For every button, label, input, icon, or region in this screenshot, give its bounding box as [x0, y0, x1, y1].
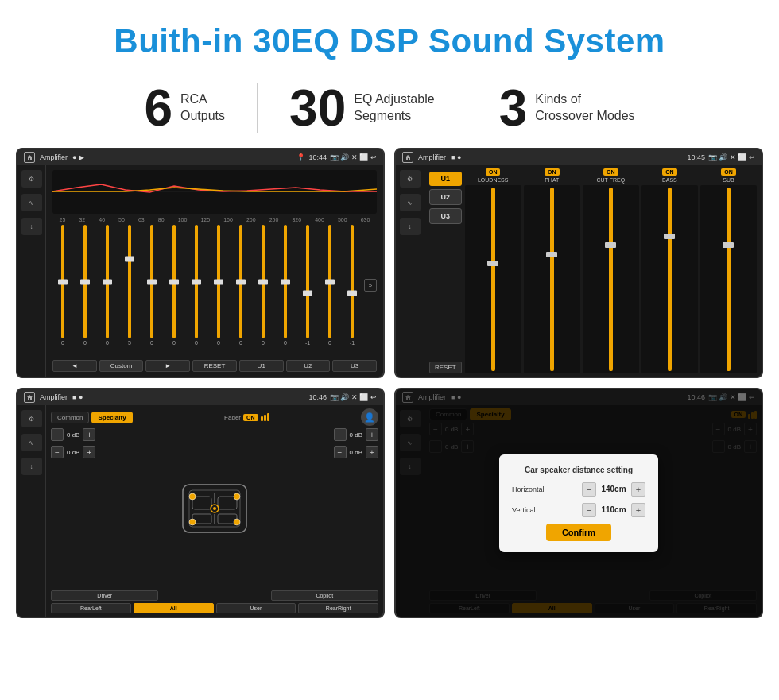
vertical-value: 110cm [599, 505, 628, 514]
home-icon-2[interactable] [402, 152, 413, 163]
cutfreq-slider [583, 185, 639, 373]
slider-track-2[interactable] [83, 225, 87, 338]
vol-plus-2[interactable]: + [83, 446, 95, 458]
slider-track-5[interactable] [150, 225, 153, 338]
vol-minus-3[interactable]: − [334, 428, 347, 441]
vol-minus-1[interactable]: − [51, 428, 64, 441]
horizontal-plus-btn[interactable]: + [631, 482, 645, 497]
preset-u1-btn[interactable]: U1 [429, 172, 462, 186]
eq-side-btn-1[interactable]: ⚙ [21, 170, 42, 188]
crossover-channels: ON LOUDNESS ON PHAT [465, 168, 757, 373]
loudness-on-badge[interactable]: ON [486, 168, 501, 176]
btn-driver[interactable]: Driver [51, 590, 158, 601]
phat-on-badge[interactable]: ON [545, 168, 560, 176]
slider-track-4[interactable] [128, 225, 131, 338]
profile-icon[interactable]: 👤 [361, 408, 378, 426]
eq-prev-btn[interactable]: ◄ [52, 360, 97, 372]
home-icon-3[interactable] [24, 392, 35, 403]
vol-val-1: 0 dB [67, 431, 79, 439]
vertical-minus-btn[interactable]: − [582, 503, 596, 517]
stat-crossover-text: Kinds ofCrossover Modes [535, 91, 634, 125]
vertical-label: Vertical [512, 506, 536, 514]
slider-track-8[interactable] [217, 225, 220, 338]
slider-track-12[interactable] [306, 225, 309, 338]
speaker-side-btn-3[interactable]: ↕ [21, 458, 42, 475]
btn-copilot[interactable]: Copilot [271, 590, 378, 601]
vol-plus-1[interactable]: + [83, 428, 95, 441]
eq-screen: Amplifier ● ▶ 📍 10:44 📷 🔊 ✕ ⬜ ↩ ⚙ ∿ ↕ [16, 148, 385, 378]
eq-more-btn[interactable]: » [364, 279, 377, 292]
screens-grid: Amplifier ● ▶ 📍 10:44 📷 🔊 ✕ ⬜ ↩ ⚙ ∿ ↕ [0, 148, 779, 626]
btn-rearright[interactable]: RearRight [298, 603, 378, 613]
modal-vertical-row: Vertical − 110cm + [512, 503, 645, 517]
stat-crossover: 3 Kinds ofCrossover Modes [467, 83, 667, 133]
speaker-diagram [99, 428, 330, 588]
vol-plus-4[interactable]: + [366, 446, 378, 458]
stat-crossover-number: 3 [499, 83, 528, 133]
confirm-button[interactable]: Confirm [546, 524, 611, 541]
slider-track-7[interactable] [195, 225, 198, 338]
horizontal-stepper: − 140cm + [582, 482, 645, 497]
eq-side-btn-3[interactable]: ↕ [21, 218, 42, 235]
slider-track-9[interactable] [239, 225, 242, 338]
eq-icons: 📷 🔊 ✕ ⬜ ↩ [330, 153, 377, 161]
vertical-plus-btn[interactable]: + [631, 503, 645, 517]
bass-on-badge[interactable]: ON [662, 168, 677, 176]
tab-specialty[interactable]: Specialty [91, 412, 132, 423]
vol-row-4: − 0 dB + [334, 446, 378, 458]
eq-side-btn-2[interactable]: ∿ [21, 194, 42, 211]
horizontal-minus-btn[interactable]: − [582, 482, 596, 497]
vol-row-2: − 0 dB + [51, 446, 95, 458]
slider-track-10[interactable] [262, 225, 265, 338]
slider-track-6[interactable] [172, 225, 176, 338]
crossover-reset-btn[interactable]: RESET [429, 362, 462, 373]
crossover-side-btn-3[interactable]: ↕ [400, 218, 421, 235]
speaker-side-btn-2[interactable]: ∿ [21, 434, 42, 451]
slider-track-1[interactable] [61, 225, 64, 338]
eq-play-btn[interactable]: ► [145, 360, 190, 372]
slider-col-1: 0 [52, 225, 73, 346]
eq-side-controls: ⚙ ∿ ↕ [17, 165, 46, 377]
preset-u2-btn[interactable]: U2 [429, 189, 462, 205]
speaker-side-btn-1[interactable]: ⚙ [21, 410, 42, 427]
eq-u1-btn[interactable]: U1 [239, 360, 284, 372]
speaker-icons: 📷 🔊 ✕ ⬜ ↩ [330, 393, 377, 401]
svg-point-8 [213, 507, 216, 510]
btn-rearleft[interactable]: RearLeft [51, 603, 131, 613]
modal-title: Car speaker distance setting [512, 466, 645, 474]
slider-track-14[interactable] [351, 225, 354, 338]
btn-all[interactable]: All [134, 603, 214, 613]
eq-time: 10:44 [308, 153, 327, 161]
btn-user[interactable]: User [216, 603, 296, 613]
slider-track-13[interactable] [328, 225, 331, 338]
slider-track-11[interactable] [284, 225, 287, 338]
phat-label: PHAT [545, 177, 559, 183]
crossover-side-btn-1[interactable]: ⚙ [400, 170, 421, 188]
vol-minus-4[interactable]: − [334, 446, 347, 458]
vol-val-4: 0 dB [350, 449, 362, 456]
bass-label: BASS [662, 177, 677, 183]
eq-bottom-bar: ◄ Custom ► RESET U1 U2 U3 [52, 360, 377, 372]
vol-plus-3[interactable]: + [366, 428, 378, 441]
eq-u3-btn[interactable]: U3 [332, 360, 377, 372]
eq-preset-label[interactable]: Custom [99, 360, 144, 372]
sub-on-badge[interactable]: ON [721, 168, 736, 176]
fader-on-toggle[interactable]: ON [243, 414, 258, 421]
preset-u3-btn[interactable]: U3 [429, 208, 462, 224]
eq-reset-btn[interactable]: RESET [192, 360, 237, 372]
crossover-app-title: Amplifier [418, 153, 446, 161]
crossover-main: U1 U2 U3 RESET ON LOUDNESS [424, 165, 762, 377]
home-icon[interactable] [24, 152, 35, 163]
horizontal-label: Horizontal [512, 485, 545, 493]
tab-common[interactable]: Common [51, 412, 89, 423]
speaker-bottom-row-2: RearLeft All User RearRight [51, 603, 378, 613]
cutfreq-on-badge[interactable]: ON [603, 168, 618, 176]
loudness-label: LOUDNESS [478, 177, 509, 183]
eq-u2-btn[interactable]: U2 [286, 360, 331, 372]
vol-minus-2[interactable]: − [51, 446, 64, 458]
svg-point-10 [234, 493, 240, 500]
crossover-side-btn-2[interactable]: ∿ [400, 194, 421, 211]
slider-col-4: 5 [119, 225, 140, 346]
svg-point-11 [189, 519, 196, 525]
slider-track-3[interactable] [106, 225, 109, 338]
